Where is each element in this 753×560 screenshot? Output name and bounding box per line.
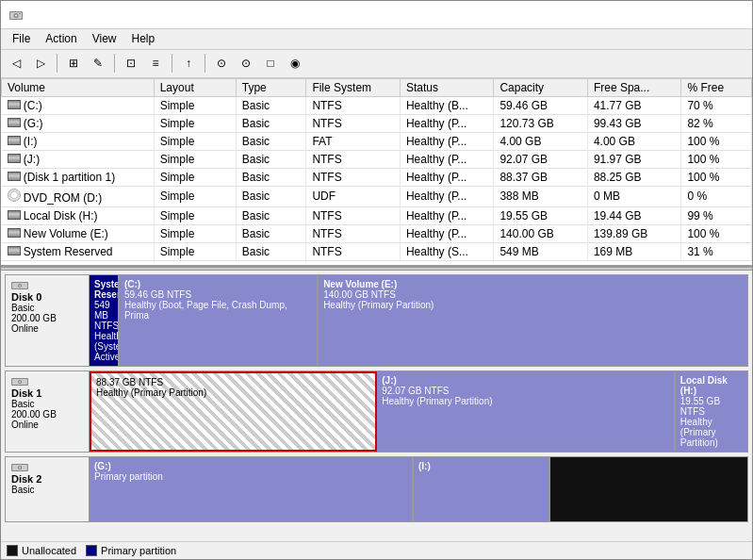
cell-volume: Local Disk (H:) (2, 206, 155, 224)
cell-free: 139.89 GB (587, 224, 681, 242)
partition-name: (J:) (382, 375, 669, 386)
table-column-header[interactable]: Type (236, 78, 306, 96)
cell-layout: Simple (154, 186, 236, 206)
disk-icon-small (8, 172, 21, 181)
table-row[interactable]: (G:)SimpleBasicNTFSHealthy (P...120.73 G… (2, 114, 752, 132)
disk-icon-small (8, 246, 21, 255)
menu-item-menu-view[interactable]: View (85, 30, 124, 47)
disk-name: Disk 1 (11, 387, 83, 399)
table-column-header[interactable]: Capacity (494, 78, 588, 96)
disk-drive-icon (11, 462, 28, 473)
tool2-button[interactable]: ⊙ (235, 52, 257, 74)
cell-layout: Simple (154, 114, 236, 132)
cell-type: Basic (236, 224, 306, 242)
table-row[interactable]: (J:)SimpleBasicNTFSHealthy (P...92.07 GB… (2, 150, 752, 168)
partition-name: New Volume (E:) (323, 279, 743, 289)
cell-volume: (I:) (2, 132, 155, 150)
partition-size: 92.07 GB NTFS (382, 386, 669, 396)
disk-type: Basic (11, 485, 83, 495)
tool4-button[interactable]: ◉ (284, 52, 306, 74)
table-row[interactable]: (Disk 1 partition 1)SimpleBasicNTFSHealt… (2, 168, 752, 186)
cell-type: Basic (236, 186, 306, 206)
cell-fs: UDF (306, 186, 401, 206)
table-column-header[interactable]: File System (306, 78, 401, 96)
partition-name: System Reserved (94, 279, 113, 300)
table-row[interactable]: (I:)SimpleBasicFATHealthy (P...4.00 GB4.… (2, 132, 752, 150)
partition-info: Primary partition (94, 471, 407, 482)
cell-volume: DVD_ROM (D:) (2, 186, 155, 206)
table-row[interactable]: Local Disk (H:)SimpleBasicNTFSHealthy (P… (2, 206, 752, 224)
properties-button[interactable]: ⊞ (62, 52, 85, 74)
partition[interactable]: System Reserved 549 MB NTFS Healthy (Sys… (90, 275, 120, 366)
cell-status: Healthy (P... (400, 186, 494, 206)
table-column-header[interactable]: Layout (154, 78, 236, 96)
disk-label-2: Disk 2 Basic (5, 456, 90, 522)
cell-fs: NTFS (306, 242, 401, 260)
partition[interactable]: 88.37 GB NTFS Healthy (Primary Partition… (90, 371, 377, 452)
disk-drive-icon (11, 376, 28, 387)
legend-item: Primary partition (86, 545, 176, 556)
cell-pctFree: 0 % (681, 186, 752, 206)
view2-button[interactable]: ≡ (144, 52, 167, 74)
cell-free: 88.25 GB (587, 168, 681, 186)
table-column-header[interactable]: % Free (681, 78, 752, 96)
menu-item-menu-action[interactable]: Action (38, 30, 84, 47)
help-button[interactable]: ✎ (87, 52, 109, 74)
cell-fs: NTFS (306, 96, 401, 114)
cell-layout: Simple (154, 96, 236, 114)
legend-color-box (86, 545, 97, 556)
cell-type: Basic (236, 168, 306, 186)
table-column-header[interactable]: Free Spa... (587, 78, 681, 96)
disk-status: Online (11, 323, 83, 334)
toolbar-separator (205, 54, 205, 73)
partition[interactable]: (I:) (414, 457, 550, 521)
table-row[interactable]: New Volume (E:)SimpleBasicNTFSHealthy (P… (2, 224, 752, 242)
partition-size: 549 MB NTFS (94, 300, 113, 331)
back-button[interactable]: ◁ (5, 52, 27, 74)
disk-partitions-1: 88.37 GB NTFS Healthy (Primary Partition… (90, 371, 748, 453)
menu-item-menu-help[interactable]: Help (124, 30, 163, 47)
up-button[interactable]: ↑ (177, 52, 200, 74)
minimize-button[interactable] (614, 1, 658, 29)
cell-capacity: 120.73 GB (494, 114, 588, 132)
table-column-header[interactable]: Status (400, 78, 494, 96)
disk-map: Disk 0 Basic 200.00 GB Online System Res… (5, 274, 748, 522)
partition[interactable]: (J:) 92.07 GB NTFS Healthy (Primary Part… (377, 371, 676, 452)
disk-icon-small (8, 210, 21, 220)
cell-pctFree: 100 % (681, 224, 752, 242)
partition[interactable]: Local Disk (H:) 19.55 GB NTFS Healthy (P… (676, 371, 747, 452)
partition[interactable]: (G:) Primary partition (90, 457, 414, 521)
menu-item-menu-file[interactable]: File (5, 30, 38, 47)
app-window: FileActionViewHelp ◁▷⊞✎⊡≡↑⊙⊙□◉ VolumeLay… (0, 0, 753, 560)
partition-name: (C:) (124, 279, 312, 289)
cell-status: Healthy (P... (400, 206, 494, 224)
disk-row-1: Disk 1 Basic 200.00 GB Online 88.37 GB N… (5, 371, 748, 453)
partition[interactable] (550, 457, 747, 521)
cell-layout: Simple (154, 168, 236, 186)
table-row[interactable]: System ReservedSimpleBasicNTFSHealthy (S… (2, 242, 752, 260)
partition-info: Healthy (Primary Partition) (323, 300, 743, 310)
table-row[interactable]: (C:)SimpleBasicNTFSHealthy (B...59.46 GB… (2, 96, 752, 114)
forward-button[interactable]: ▷ (29, 52, 52, 74)
cell-pctFree: 100 % (681, 132, 752, 150)
legend-item: Unallocated (7, 545, 76, 556)
cell-free: 0 MB (587, 186, 681, 206)
disk-type: Basic (11, 303, 83, 313)
disk-row-2: Disk 2 Basic (G:) Primary partition (I:) (5, 456, 748, 522)
partition[interactable]: New Volume (E:) 140.00 GB NTFS Healthy (… (319, 275, 747, 366)
maximize-button[interactable] (658, 1, 701, 29)
cell-layout: Simple (154, 150, 236, 168)
partition-info: Healthy (Primary Partition) (680, 417, 743, 448)
title-bar-left (8, 8, 29, 23)
cell-capacity: 549 MB (494, 242, 588, 260)
disk-icon (8, 99, 21, 112)
view1-button[interactable]: ⊡ (120, 52, 142, 74)
tool3-button[interactable]: □ (259, 52, 282, 74)
cell-capacity: 140.00 GB (494, 224, 588, 242)
partition[interactable]: (C:) 59.46 GB NTFS Healthy (Boot, Page F… (120, 275, 319, 366)
cell-free: 41.77 GB (587, 96, 681, 114)
close-button[interactable] (701, 1, 745, 29)
refresh-button[interactable]: ⊙ (210, 52, 233, 74)
table-row[interactable]: DVD_ROM (D:)SimpleBasicUDFHealthy (P...3… (2, 186, 752, 206)
table-column-header[interactable]: Volume (2, 78, 155, 96)
